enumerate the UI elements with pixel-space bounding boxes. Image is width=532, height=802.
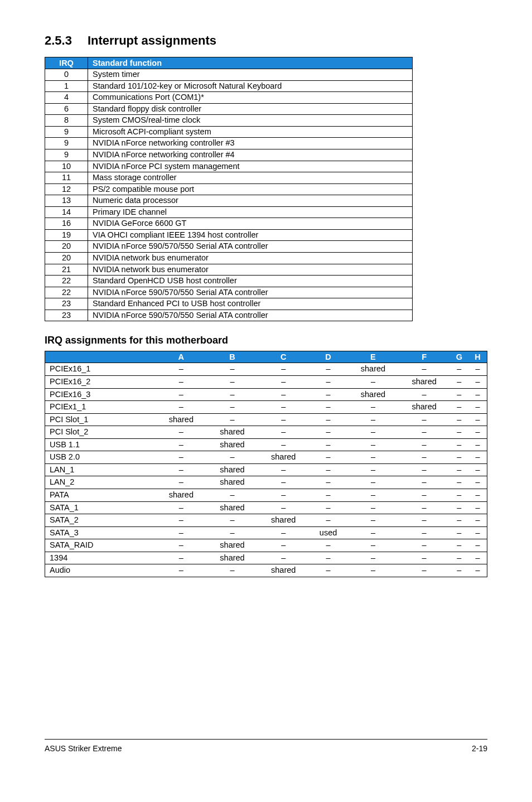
assign-cell: – xyxy=(156,426,207,439)
irq-cell: 9 xyxy=(45,149,88,161)
assign-cell: – xyxy=(468,501,487,514)
assign-cell: – xyxy=(347,552,399,564)
table-row: 16NVIDIA GeForce 6600 GT xyxy=(45,218,413,230)
assign-cell: – xyxy=(156,501,207,514)
assign-header-col: F xyxy=(399,351,450,363)
table-row: 13Numeric data processor xyxy=(45,195,413,207)
table-row: SATA_2––shared––––– xyxy=(45,514,487,527)
assign-cell: shared xyxy=(258,451,309,464)
assign-cell: – xyxy=(468,489,487,502)
table-row: PCI Slot_2–shared–––––– xyxy=(45,426,487,439)
assign-row-label: PATA xyxy=(45,489,156,502)
func-cell: Standard floppy disk controller xyxy=(88,103,413,115)
irq-cell: 16 xyxy=(45,218,88,230)
assign-cell: – xyxy=(309,463,347,476)
assign-cell: – xyxy=(156,451,207,464)
assign-cell: – xyxy=(399,388,450,401)
assign-cell: – xyxy=(309,564,347,577)
table-row: 1394–shared–––––– xyxy=(45,552,487,564)
func-cell: Standard 101/102-key or Microsoft Natura… xyxy=(88,80,413,92)
assign-cell: – xyxy=(156,388,207,401)
irq-cell: 1 xyxy=(45,80,88,92)
table-row: 0System timer xyxy=(45,69,413,81)
footer-right: 2-19 xyxy=(472,744,487,753)
footer-left: ASUS Striker Extreme xyxy=(45,744,122,753)
assign-cell: shared xyxy=(207,463,258,476)
assign-cell: – xyxy=(399,514,450,527)
assign-cell: – xyxy=(309,489,347,502)
assign-cell: – xyxy=(347,501,399,514)
assign-cell: shared xyxy=(207,476,258,489)
assign-cell: – xyxy=(207,526,258,539)
table-row: USB 2.0––shared––––– xyxy=(45,451,487,464)
func-cell: NVIDIA nForce 590/570/550 Serial ATA con… xyxy=(88,287,413,298)
assign-cell: – xyxy=(449,526,468,539)
assign-cell: used xyxy=(309,526,347,539)
irq-cell: 23 xyxy=(45,310,88,321)
assign-cell: – xyxy=(156,401,207,414)
table-row: 10NVIDIA nForce PCI system management xyxy=(45,161,413,172)
table-row: Audio––shared––––– xyxy=(45,564,487,577)
assign-cell: – xyxy=(258,476,309,489)
table-row: 9NVIDIA nForce networking controller #3 xyxy=(45,138,413,149)
table-row: 19VIA OHCI compliant IEEE 1394 host cont… xyxy=(45,229,413,241)
table-row: PCIEx16_3––––shared––– xyxy=(45,388,487,401)
assign-cell: – xyxy=(449,564,468,577)
assign-cell: – xyxy=(399,413,450,426)
assign-cell: – xyxy=(207,363,258,376)
assign-cell: – xyxy=(347,413,399,426)
irq-cell: 10 xyxy=(45,161,88,172)
assign-cell: – xyxy=(347,463,399,476)
assign-cell: – xyxy=(347,564,399,577)
assign-row-label: SATA_3 xyxy=(45,526,156,539)
assign-cell: shared xyxy=(347,363,399,376)
assign-cell: – xyxy=(449,501,468,514)
assign-cell: – xyxy=(347,526,399,539)
func-cell: NVIDIA GeForce 6600 GT xyxy=(88,218,413,230)
assign-cell: – xyxy=(309,539,347,552)
assign-cell: – xyxy=(449,413,468,426)
assign-cell: – xyxy=(468,526,487,539)
assign-cell: shared xyxy=(399,401,450,414)
assign-cell: shared xyxy=(207,426,258,439)
table-row: PCIEx16_1––––shared––– xyxy=(45,363,487,376)
irq-cell: 21 xyxy=(45,264,88,276)
irq-cell: 8 xyxy=(45,115,88,127)
assign-row-label: PCIEx16_3 xyxy=(45,388,156,401)
assign-cell: – xyxy=(309,363,347,376)
assign-header-col: D xyxy=(309,351,347,363)
assign-cell: shared xyxy=(207,539,258,552)
assign-cell: – xyxy=(258,463,309,476)
assign-cell: – xyxy=(207,489,258,502)
assign-cell: shared xyxy=(207,501,258,514)
assign-cell: – xyxy=(449,539,468,552)
table-row: 11Mass storage controller xyxy=(45,172,413,184)
assign-cell: – xyxy=(449,463,468,476)
assign-row-label: 1394 xyxy=(45,552,156,564)
assign-cell: – xyxy=(309,375,347,388)
assign-cell: – xyxy=(468,413,487,426)
assign-cell: – xyxy=(449,476,468,489)
assign-cell: – xyxy=(347,426,399,439)
assign-cell: – xyxy=(309,451,347,464)
assign-cell: – xyxy=(156,463,207,476)
assign-cell: – xyxy=(156,363,207,376)
assign-cell: – xyxy=(258,363,309,376)
assign-cell: shared xyxy=(347,388,399,401)
table-row: PCI Slot_1shared––––––– xyxy=(45,413,487,426)
assign-row-label: Audio xyxy=(45,564,156,577)
assign-cell: – xyxy=(399,564,450,577)
assign-cell: – xyxy=(468,463,487,476)
assign-row-label: SATA_2 xyxy=(45,514,156,527)
irq-cell: 13 xyxy=(45,195,88,207)
assign-row-label: LAN_2 xyxy=(45,476,156,489)
assign-cell: – xyxy=(449,438,468,451)
assign-cell: – xyxy=(309,438,347,451)
func-cell: Mass storage controller xyxy=(88,172,413,184)
assign-cell: shared xyxy=(207,438,258,451)
assign-row-label: LAN_1 xyxy=(45,463,156,476)
assign-cell: – xyxy=(156,564,207,577)
assign-cell: – xyxy=(347,451,399,464)
func-cell: PS/2 compatible mouse port xyxy=(88,183,413,195)
assign-cell: – xyxy=(258,501,309,514)
